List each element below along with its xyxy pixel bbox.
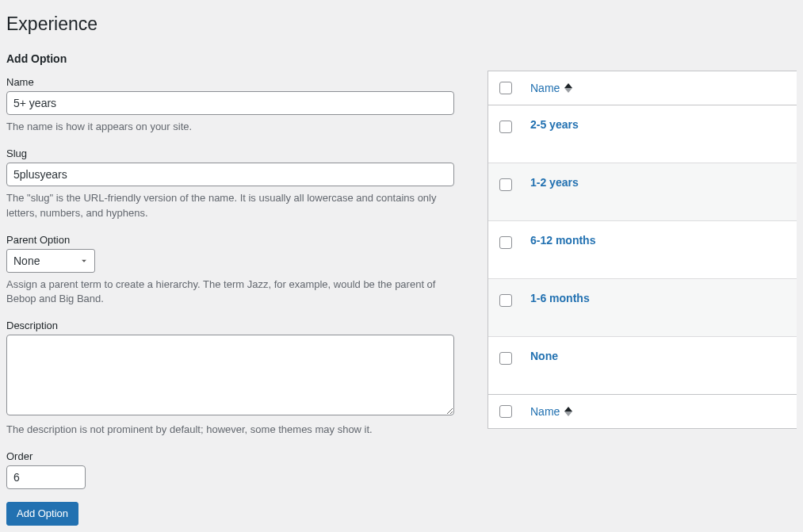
column-header-name-label: Name [530, 405, 560, 418]
page-title: Experience [6, 6, 797, 38]
row-name-link[interactable]: 2-5 years [530, 118, 579, 131]
column-header-name-bottom[interactable]: Name [530, 405, 572, 418]
parent-option-select[interactable]: None [6, 249, 95, 273]
row-checkbox[interactable] [499, 352, 512, 365]
table-row: 6-12 months [488, 221, 797, 279]
parent-option-help: Assign a parent term to create a hierarc… [6, 277, 454, 308]
slug-input[interactable] [6, 163, 454, 186]
options-table: Name 2-5 years [488, 71, 797, 429]
row-name-link[interactable]: None [530, 350, 558, 362]
name-label: Name [6, 76, 454, 88]
row-name-link[interactable]: 6-12 months [530, 234, 595, 247]
description-textarea[interactable] [6, 335, 454, 415]
name-help: The name is how it appears on your site. [6, 120, 454, 135]
sort-icon [564, 407, 572, 416]
add-option-button[interactable]: Add Option [6, 502, 78, 526]
order-input[interactable] [6, 465, 86, 489]
name-input[interactable] [6, 91, 454, 115]
slug-label: Slug [6, 147, 454, 159]
row-checkbox[interactable] [499, 121, 512, 133]
parent-option-label: Parent Option [6, 234, 454, 246]
column-header-name-top[interactable]: Name [530, 82, 572, 94]
row-name-link[interactable]: 1-2 years [530, 176, 579, 189]
sort-icon [564, 83, 572, 93]
column-header-name-label: Name [530, 82, 560, 94]
description-help: The description is not prominent by defa… [6, 423, 454, 438]
select-all-bottom-checkbox[interactable] [499, 405, 512, 418]
table-row: 2-5 years [488, 105, 797, 163]
table-row: 1-6 months [488, 279, 797, 337]
row-checkbox[interactable] [499, 178, 512, 191]
select-all-top-checkbox[interactable] [499, 82, 512, 94]
form-heading: Add Option [6, 52, 454, 65]
description-label: Description [6, 320, 454, 331]
row-checkbox[interactable] [499, 236, 512, 249]
slug-help: The "slug" is the URL-friendly version o… [6, 191, 454, 221]
table-row: 1-2 years [488, 163, 797, 221]
row-checkbox[interactable] [499, 294, 512, 307]
table-row: None [488, 337, 797, 394]
order-label: Order [6, 450, 454, 462]
add-option-form: Add Option Name The name is how it appea… [6, 52, 454, 526]
row-name-link[interactable]: 1-6 months [530, 292, 590, 304]
